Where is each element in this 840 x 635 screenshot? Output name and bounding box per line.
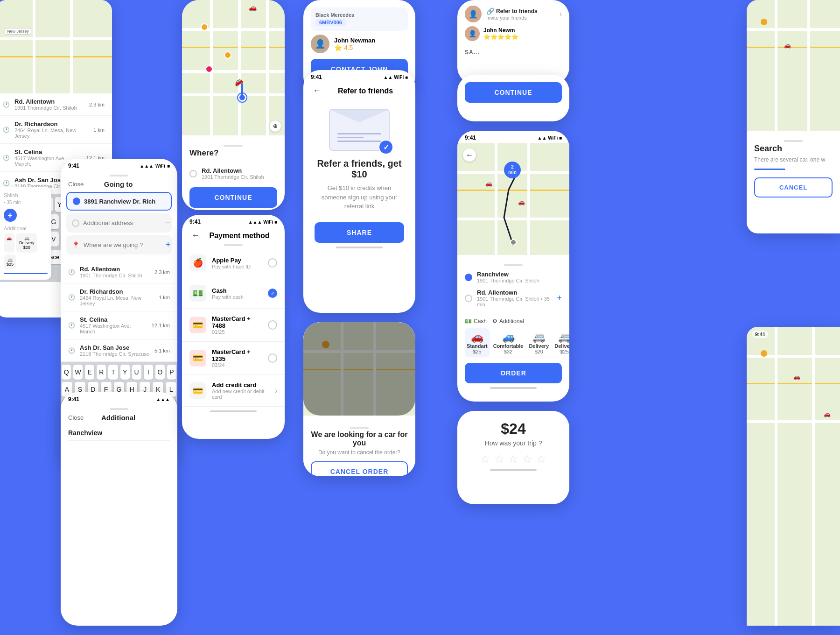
title-2: Going to [104, 180, 133, 188]
add-stop-btn[interactable]: + [557, 293, 562, 303]
back-btn-7[interactable]: ← [311, 86, 323, 96]
mc-1235-radio[interactable] [268, 353, 277, 363]
phone-9: 👤 🔗 Refer to friends Invite your friends… [457, 0, 569, 84]
car-extra-sidebar[interactable]: 🚐 $25 [4, 254, 16, 269]
cancel-btn-right[interactable]: CANCEL [754, 177, 833, 198]
car-standart-sidebar[interactable]: 🚗 [4, 233, 14, 253]
star-5[interactable]: ☆ [536, 452, 546, 466]
close-btn-2[interactable]: Close [68, 181, 84, 188]
back-btn-11[interactable]: ← [463, 148, 476, 162]
sa-label: SA... [465, 49, 562, 56]
additional-option[interactable]: ⚙ Additional [492, 318, 524, 325]
loc-row-2[interactable]: 🕐 Dr. Richardson 2464 Royal Ln. Mesa, Ne… [61, 283, 177, 311]
share-icon: 🔗 [486, 7, 494, 15]
pin-red [205, 65, 213, 73]
loc-row-4[interactable]: 🕐 Ash Dr. San Jose 2118 Thornridge Cir. … [61, 339, 177, 362]
phone-7: 9:41 ▲▲ WiFi ■ ← Refer to friends ✓ Refe… [303, 70, 415, 313]
apple-pay-radio[interactable] [268, 258, 277, 268]
cancel-order-btn[interactable]: CANCEL ORDER [311, 461, 408, 476]
location-item-1[interactable]: 🕐 Rd. Allentown 1901 Thornridge Cir. Shi… [0, 93, 112, 116]
cash-icon: 💵 [189, 285, 206, 302]
search-body: There are several car, one w [754, 156, 833, 163]
cash-row[interactable]: 💵 Cash Pay with cash [182, 278, 285, 309]
star-4[interactable]: ☆ [522, 452, 532, 466]
drag-handle-4 [224, 145, 243, 147]
loc-dot [189, 170, 197, 177]
refer-header: ← Refer to friends [303, 82, 415, 98]
plate-label: 6MBV006 [315, 19, 346, 26]
car-delivery[interactable]: 🚐 Delivery $20 [527, 328, 551, 357]
star-2[interactable]: ☆ [494, 452, 504, 466]
compass-icon[interactable]: ⊕ [270, 120, 281, 132]
driver-name-mini: John Newm [483, 27, 518, 34]
order-sheet: Ranchview 1901 Thornridge Cir. Shiloh Rd… [457, 255, 569, 398]
payment-option[interactable]: 💵 Cash [465, 318, 487, 325]
stars-mini: ⭐⭐⭐⭐⭐ [483, 34, 518, 40]
clock-icon-2: 🕐 [68, 294, 75, 301]
continue-btn-10[interactable]: CONTINUE [465, 82, 562, 103]
mc-7488-radio[interactable] [268, 320, 277, 330]
car-right-2: 🚗 [793, 374, 800, 380]
refer-sub: Invite your friends [486, 15, 538, 21]
phone-right-1: 🚗 Search There are several car, one w CA… [747, 0, 840, 233]
mastercard-1235-row[interactable]: 💳 MasterCard + 1235 03/24 [182, 342, 285, 375]
car-label: Black Mercedes [315, 12, 403, 18]
car-standart-icon: 🚗 [467, 331, 488, 343]
map-pin-r2 [761, 350, 767, 357]
phone-11: 9:41 ▲▲ WiFi ■ 2min ← 🚗 🚗 Ranchview 1901… [457, 131, 569, 402]
pin-orange-1 [201, 23, 208, 31]
route-svg [457, 143, 569, 255]
where-heading: Where? [189, 148, 277, 158]
order-btn[interactable]: ORDER [465, 363, 562, 383]
payment-header: ← Payment method [182, 227, 285, 242]
add-card-chevron[interactable]: › [275, 387, 277, 395]
mastercard-7488-row[interactable]: 💳 MasterCard + 7488 01/25 [182, 309, 285, 342]
to-row[interactable]: Rd. Allentown 1901 Thornridge Cir. Shilo… [465, 286, 562, 310]
car-standart[interactable]: 🚗 Standart $25 [465, 328, 490, 357]
add-stop-icon[interactable]: + [166, 240, 171, 250]
apple-pay-row[interactable]: 🍎 Apple Pay Pay with Face ID [182, 248, 285, 278]
location-item-2[interactable]: 🕐 Dr. Richardson 2464 Royal Ln. Mesa, Ne… [0, 116, 112, 144]
car-icon-top: 🚗 [249, 4, 257, 11]
add-stop-button[interactable]: + [4, 209, 17, 222]
map-pin-r1 [761, 19, 767, 25]
star-1[interactable]: ☆ [480, 452, 490, 466]
allentown-row[interactable]: Rd. Allentown 1901 Thornridge Cir. Shilo… [189, 163, 277, 183]
question-label: How was your trip ? [465, 439, 562, 447]
driver-name: John Newman [334, 37, 375, 44]
car-comfortable[interactable]: 🚙 Comfortable $32 [491, 328, 525, 357]
close-btn-3[interactable]: Close [68, 414, 84, 421]
dest-dot [72, 219, 79, 227]
back-btn-5[interactable]: ← [189, 231, 202, 240]
dest-input[interactable] [83, 219, 161, 226]
driver-avatar: 👤 [311, 35, 329, 53]
phone-12: $24 How was your trip ? ☆ ☆ ☆ ☆ ☆ [457, 411, 569, 504]
where-going-input[interactable] [84, 241, 162, 248]
star-rating[interactable]: ☆ ☆ ☆ ☆ ☆ [465, 452, 562, 466]
star-3[interactable]: ☆ [508, 452, 518, 466]
chevron-right-icon[interactable]: › [560, 10, 562, 18]
share-btn[interactable]: SHARE [315, 222, 404, 243]
refer-share-icon: 🔗 Refer to friends [486, 7, 538, 15]
wifi-icon: WiFi [155, 163, 165, 169]
shiloh-time: • 35 min [4, 200, 48, 205]
to-dot [465, 295, 472, 302]
car-delivery-2[interactable]: 🚐 Delivery $25 [553, 328, 569, 357]
cash-radio[interactable] [268, 289, 277, 298]
refer-subtext: Get $10 in credits when someone sign up … [315, 183, 404, 211]
refer-heading: Refer a friends, get $10 [315, 158, 404, 180]
status-bar-5: 9:41 ▲▲▲ WiFi ■ [182, 215, 285, 227]
phone-3: 9:41 ▲▲▲ Close Additional Ranchview [61, 392, 177, 626]
minus-icon[interactable]: − [165, 218, 170, 228]
from-row[interactable]: Ranchview 1901 Thornridge Cir. Shiloh [465, 268, 562, 286]
car-comfortable-icon: 🚙 [493, 331, 524, 343]
continue-btn-4[interactable]: CONTINUE [189, 187, 277, 208]
loc-row-3[interactable]: 🕐 St. Celina 4517 Washington Ave. Manch,… [61, 311, 177, 339]
drag-handle-3 [110, 408, 128, 410]
loc-row-1[interactable]: 🕐 Rd. Allentown 1901 Thornridge Cir. Shi… [61, 261, 177, 283]
car-delivery-sidebar[interactable]: 🚐 Delivery $20 [16, 233, 37, 253]
payment-title: Payment method [202, 232, 277, 240]
origin-input[interactable] [84, 198, 165, 205]
phone-10: CONTINUE [457, 75, 569, 121]
add-card-row[interactable]: 💳 Add credit card Add new credit or debi… [182, 375, 285, 407]
